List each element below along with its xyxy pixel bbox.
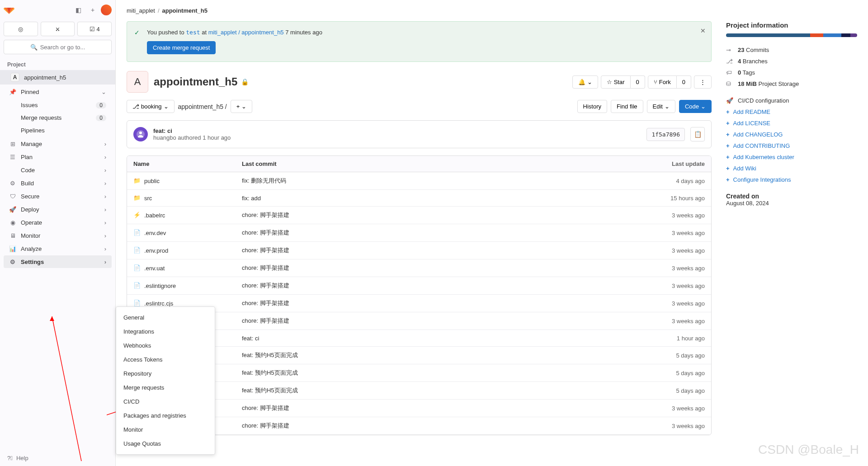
plus-icon: +	[726, 176, 730, 183]
lang-segment	[726, 33, 810, 37]
file-commit[interactable]: feat: 预约H5页面完成	[242, 369, 651, 377]
nav-item-monitor[interactable]: 🖥Monitor›	[4, 229, 112, 242]
add-file-button[interactable]: + ⌄	[231, 100, 252, 113]
create-merge-request-button[interactable]: Create merge request	[147, 41, 216, 54]
merge-requests-shortcut[interactable]: ⤩	[41, 22, 75, 36]
nav-item-deploy[interactable]: 🚀Deploy›	[4, 203, 112, 216]
find-file-button[interactable]: Find file	[611, 100, 643, 113]
tags-link[interactable]: 🏷0 Tags	[726, 67, 857, 78]
submenu-item[interactable]: Usage Quotas	[116, 437, 215, 451]
commit-sha[interactable]: 1f5a7896	[646, 128, 685, 141]
file-row[interactable]: 📁publicfix: 删除无用代码4 days ago	[127, 172, 711, 190]
cicd-config-link[interactable]: 🚀CI/CD configuration	[726, 95, 857, 106]
project-letter-icon: A	[10, 73, 19, 82]
add-link[interactable]: +Add CHANGELOG	[726, 129, 857, 140]
file-commit[interactable]: chore: 脚手架搭建	[242, 246, 651, 254]
todos-shortcut[interactable]: ☑ 4	[77, 22, 112, 36]
create-new-icon[interactable]: +	[86, 4, 99, 16]
more-actions-button[interactable]: ⋮	[694, 75, 712, 89]
add-link[interactable]: +Add CONTRIBUTING	[726, 140, 857, 151]
submenu-item[interactable]: Merge requests	[116, 381, 215, 395]
file-row[interactable]: ⚡.babelrcchore: 脚手架搭建3 weeks ago	[127, 207, 711, 224]
file-commit[interactable]: chore: 脚手架搭建	[242, 211, 651, 219]
nav-item-build[interactable]: ⚙Build›	[4, 177, 112, 189]
file-row[interactable]: 📄.eslintignorechore: 脚手架搭建3 weeks ago	[127, 277, 711, 295]
submenu-item[interactable]: Repository	[116, 367, 215, 381]
file-commit[interactable]: feat: 预约H5页面完成	[242, 386, 651, 395]
breadcrumb-current[interactable]: appointment_h5	[162, 7, 208, 14]
nav-item-manage[interactable]: ⊞Manage›	[4, 137, 112, 150]
submenu-item[interactable]: Monitor	[116, 423, 215, 437]
file-row[interactable]: 📄.env.devchore: 脚手架搭建3 weeks ago	[127, 224, 711, 242]
notifications-button[interactable]: 🔔 ⌄	[572, 75, 598, 89]
alert-project-link[interactable]: miti_applet / appointment_h5	[208, 29, 284, 36]
commits-link[interactable]: ⊸23 Commits	[726, 44, 857, 56]
nav-item-settings[interactable]: ⚙Settings›	[4, 255, 112, 268]
star-button[interactable]: ☆ Star	[601, 75, 631, 89]
file-commit[interactable]: chore: 脚手架搭建	[242, 317, 651, 325]
file-commit[interactable]: chore: 脚手架搭建	[242, 282, 651, 290]
nav-item-analyze[interactable]: 📊Analyze›	[4, 242, 112, 255]
submenu-item[interactable]: Webhooks	[116, 339, 215, 353]
breadcrumb-parent[interactable]: miti_applet	[127, 7, 155, 14]
file-commit[interactable]: chore: 脚手架搭建	[242, 299, 651, 307]
help-link[interactable]: ?⃝ Help	[0, 450, 115, 466]
language-bar[interactable]	[726, 33, 857, 37]
pinned-item[interactable]: Issues0	[4, 99, 112, 111]
nav-item-code[interactable]: Code›	[4, 164, 112, 176]
file-name: .eslintignore	[144, 282, 176, 289]
file-commit[interactable]: fix: add	[242, 195, 651, 202]
project-nav-item[interactable]: A appointment_h5	[0, 70, 115, 85]
project-nav-label: appointment_h5	[24, 74, 66, 81]
pinned-item[interactable]: Merge requests0	[4, 112, 112, 124]
file-commit[interactable]: chore: 脚手架搭建	[242, 422, 651, 430]
submenu-item[interactable]: Integrations	[116, 325, 215, 339]
submenu-item[interactable]: Access Tokens	[116, 353, 215, 367]
nav-icon	[9, 166, 16, 174]
file-commit[interactable]: chore: 脚手架搭建	[242, 264, 651, 272]
nav-item-plan[interactable]: ☰Plan›	[4, 151, 112, 163]
add-link[interactable]: +Add Kubernetes cluster	[726, 151, 857, 163]
star-count[interactable]: 0	[631, 75, 645, 89]
chevron-right-icon: ›	[104, 180, 106, 187]
edit-button[interactable]: Edit ⌄	[647, 100, 675, 113]
commit-title[interactable]: feat: ci	[153, 127, 641, 134]
file-row[interactable]: 📄.env.prodchore: 脚手架搭建3 weeks ago	[127, 242, 711, 259]
file-commit[interactable]: chore: 脚手架搭建	[242, 404, 651, 412]
branch-selector[interactable]: ⎇ booking ⌄	[127, 100, 175, 113]
branches-link[interactable]: ⎇4 Branches	[726, 56, 857, 67]
code-button[interactable]: Code ⌄	[679, 100, 712, 113]
file-commit[interactable]: feat: 预约H5页面完成	[242, 351, 651, 359]
gitlab-logo[interactable]	[4, 5, 14, 15]
pinned-label: Issues	[21, 102, 38, 108]
file-icon: 📄	[133, 247, 141, 254]
pinned-item[interactable]: Pipelines	[4, 124, 112, 137]
nav-item-secure[interactable]: 🛡Secure›	[4, 190, 112, 202]
submenu-item[interactable]: General	[116, 311, 215, 325]
file-commit[interactable]: feat: ci	[242, 335, 651, 342]
add-link[interactable]: +Add README	[726, 106, 857, 118]
storage-info[interactable]: ⛁18 MiB Project Storage	[726, 78, 857, 89]
search-input[interactable]: 🔍 Search or go to...	[4, 40, 112, 54]
history-button[interactable]: History	[577, 100, 607, 113]
pinned-header[interactable]: 📌 Pinned ⌄	[4, 85, 112, 98]
file-row[interactable]: 📁srcfix: add15 hours ago	[127, 190, 711, 207]
nav-item-operate[interactable]: ◉Operate›	[4, 216, 112, 229]
issues-shortcut[interactable]: ◎	[4, 22, 38, 36]
add-link[interactable]: +Configure Integrations	[726, 174, 857, 185]
fork-button[interactable]: ⑂ Fork	[648, 75, 677, 89]
submenu-item[interactable]: CI/CD	[116, 395, 215, 409]
add-link[interactable]: +Add Wiki	[726, 163, 857, 174]
submenu-item[interactable]: Packages and registries	[116, 409, 215, 423]
file-commit[interactable]: chore: 脚手架搭建	[242, 229, 651, 237]
fork-count[interactable]: 0	[677, 75, 691, 89]
add-link[interactable]: +Add LICENSE	[726, 118, 857, 129]
file-commit[interactable]: fix: 删除无用代码	[242, 177, 651, 185]
user-avatar[interactable]	[101, 5, 112, 15]
sidebar-collapse-icon[interactable]: ◧	[72, 4, 85, 16]
close-icon[interactable]: ✕	[700, 27, 706, 34]
commit-author-avatar[interactable]	[133, 127, 148, 141]
nav-icon: 📊	[9, 245, 16, 252]
copy-sha-button[interactable]: 📋	[690, 127, 705, 141]
file-row[interactable]: 📄.env.uatchore: 脚手架搭建3 weeks ago	[127, 259, 711, 277]
